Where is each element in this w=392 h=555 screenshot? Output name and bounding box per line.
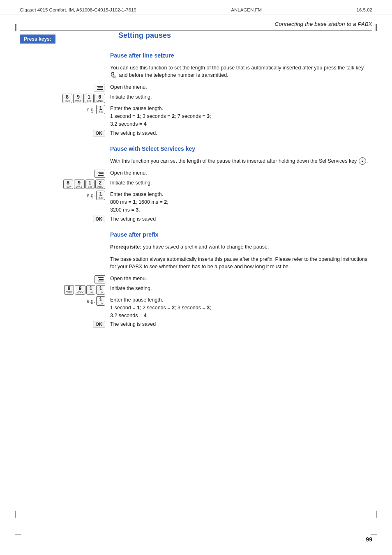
left-column: Press keys: <box>20 31 110 48</box>
key-eg-1c: 1 o.ö <box>96 296 105 306</box>
section-heading: Connecting the base station to a PABX <box>0 17 392 30</box>
section2-title-row: Pause with Select Services key <box>20 141 372 156</box>
main-title: Setting pauses <box>118 31 372 40</box>
section2-step-eg: e.g. 1 o.ö Enter the pause length. 800 m… <box>20 191 372 214</box>
key-8: 8 TUV <box>62 94 72 103</box>
page-header: Gigaset 4015 Comfort, IM, A31008-G4015-J… <box>0 0 392 14</box>
section1-subtitle: Pause after line seizure <box>110 52 372 60</box>
section1-step-keys: 8 TUV 9 WXY 1 o.ö 6 MNO <box>20 94 372 103</box>
section1-step-keys-left: 8 TUV 9 WXY 1 o.ö 6 MNO <box>20 94 110 103</box>
sel-services-icon: ● <box>359 157 366 165</box>
prerequisite-text: you have saved a prefix and want to chan… <box>141 244 269 250</box>
bottom-rule-right: | <box>375 509 377 518</box>
section1-step-menu: Open the menu. <box>20 84 372 92</box>
section3-step-ok-text: The setting is saved <box>110 321 372 328</box>
key-group-8-9-1-1: 8 TUV 9 WXY 1 o.ö 1 o.ö <box>64 285 105 295</box>
key-6: 6 MNO <box>95 94 105 103</box>
section2-step-ok-text: The setting is saved <box>110 216 372 223</box>
header-left: Gigaset 4015 Comfort, IM, A31008-G4015-J… <box>20 7 136 12</box>
section2-step-keys-left: 8 TUV 9 WXY 1 o.ö 2 ABC <box>20 180 110 189</box>
eg-label-1: e.g. <box>87 107 95 113</box>
section2-subtitle: Pause with Select Services key <box>110 145 372 153</box>
section3-step-menu: Open the menu. <box>20 275 372 283</box>
right-column: Setting pauses <box>110 31 372 48</box>
section-pause-after-prefix: Pause after prefix Prerequisite: you hav… <box>20 227 372 328</box>
section1-step-ok-text: The setting is saved. <box>110 130 372 137</box>
bottom-marks: — — <box>15 531 377 539</box>
section3-title-row: Pause after prefix <box>20 227 372 242</box>
section3-step-eg-text: Enter the pause length. 1 second = 1; 2 … <box>110 296 372 319</box>
talk-key-icon <box>110 71 118 79</box>
section3-step-ok-left: OK <box>20 321 110 327</box>
section3-step-keys: 8 TUV 9 WXY 1 o.ö 1 o.ö <box>20 285 372 295</box>
section1-step-menu-text: Open the menu. <box>110 84 372 91</box>
section1-desc-row: You can use this function to set the len… <box>20 64 372 83</box>
section1-title-right: Pause after line seizure <box>110 48 372 62</box>
section2-step-eg-left: e.g. 1 o.ö <box>20 191 110 200</box>
section1-step-eg-left: e.g. 1 o.ö <box>20 105 110 114</box>
top-rule-mark-left: | <box>15 23 17 32</box>
section3-subtitle: Pause after prefix <box>110 231 372 239</box>
key-1b: 1 o.ö <box>85 180 95 189</box>
key-2: 2 ABC <box>95 180 105 189</box>
key-eg-1b: 1 o.ö <box>96 191 105 200</box>
eg-label-3: e.g. <box>87 298 95 304</box>
section3-step-eg-left: e.g. 1 o.ö <box>20 296 110 306</box>
page-number: 99 <box>366 536 372 543</box>
section2-title-right: Pause with Select Services key <box>110 141 372 156</box>
header-center: ANLAGEN.FM <box>231 7 262 12</box>
key-group-8-9-1-2: 8 TUV 9 WXY 1 o.ö 2 ABC <box>63 180 105 189</box>
section2-step-keys-text: Initiate the setting. <box>110 180 372 187</box>
key-8c: 8 TUV <box>64 285 74 295</box>
section1-description: You can use this function to set the len… <box>110 64 372 79</box>
prerequisite-label: Prerequisite: <box>110 244 141 250</box>
section2-step-ok-left: OK <box>20 216 110 222</box>
section-pause-after-line: Pause after line seizure You can use thi… <box>20 48 372 137</box>
press-keys-label: Press keys: <box>20 35 55 44</box>
section2-desc-row: With this function you can set the lengt… <box>20 157 372 168</box>
section3-step-keys-text: Initiate the setting. <box>110 285 372 292</box>
section2-step-eg-text: Enter the pause length. 800 ms = 1; 1600… <box>110 191 372 214</box>
key-group-8-9-1-6: 8 TUV 9 WXY 1 o.ö 6 MNO <box>62 94 105 103</box>
page: | | Gigaset 4015 Comfort, IM, A31008-G40… <box>0 0 392 555</box>
ok-key-2: OK <box>93 216 106 222</box>
top-rule-mark-right: | <box>375 23 377 32</box>
header-right: 16.5.02 <box>357 7 372 12</box>
eg-label-2: e.g. <box>87 193 95 198</box>
section1-step-menu-left <box>20 84 110 92</box>
section1-step-ok-left: OK <box>20 130 110 136</box>
key-1d: 1 o.ö <box>96 285 105 295</box>
ok-key-3: OK <box>93 321 106 327</box>
section3-step-ok: OK The setting is saved <box>20 321 372 328</box>
bottom-rule-left: | <box>15 509 17 518</box>
key-9c: 9 WXY <box>75 285 85 295</box>
key-1a: 1 o.ö <box>85 94 94 103</box>
section1-step-eg: e.g. 1 o.ö Enter the pause length. 1 sec… <box>20 105 372 128</box>
section2-desc-right: With this function you can set the lengt… <box>110 157 372 168</box>
key-eg-1a: 1 o.ö <box>96 105 105 114</box>
key-9: 9 WXY <box>73 94 84 103</box>
section3-step-menu-left <box>20 275 110 283</box>
section3-desc2-row: The base station always automatically in… <box>20 256 372 274</box>
key-8b: 8 TUV <box>63 180 73 189</box>
section2-step-ok: OK The setting is saved <box>20 216 372 223</box>
sections-content: Pause after line seizure You can use thi… <box>0 48 392 328</box>
menu-icon-3 <box>95 275 105 283</box>
section1-title-row: Pause after line seizure <box>20 48 372 62</box>
key-1c: 1 o.ö <box>86 285 95 295</box>
dash-left: — <box>15 531 21 539</box>
section3-prereq-right: Prerequisite: you have saved a prefix an… <box>110 243 372 254</box>
section2-step-menu-text: Open the menu. <box>110 170 372 177</box>
section2-step-menu-left <box>20 170 110 178</box>
section3-prerequisite: Prerequisite: you have saved a prefix an… <box>110 243 372 251</box>
section2-step-menu: Open the menu. <box>20 170 372 178</box>
section2-description: With this function you can set the lengt… <box>110 157 372 165</box>
main-content: Press keys: Setting pauses <box>0 31 392 48</box>
section3-prereq-row: Prerequisite: you have saved a prefix an… <box>20 243 372 254</box>
section3-title-right: Pause after prefix <box>110 227 372 242</box>
section1-step-ok: OK The setting is saved. <box>20 130 372 137</box>
section1-step-keys-text: Initiate the setting. <box>110 94 372 101</box>
section3-step-keys-left: 8 TUV 9 WXY 1 o.ö 1 o.ö <box>20 285 110 295</box>
section3-step-eg: e.g. 1 o.ö Enter the pause length. 1 sec… <box>20 296 372 319</box>
section3-step-menu-text: Open the menu. <box>110 275 372 283</box>
